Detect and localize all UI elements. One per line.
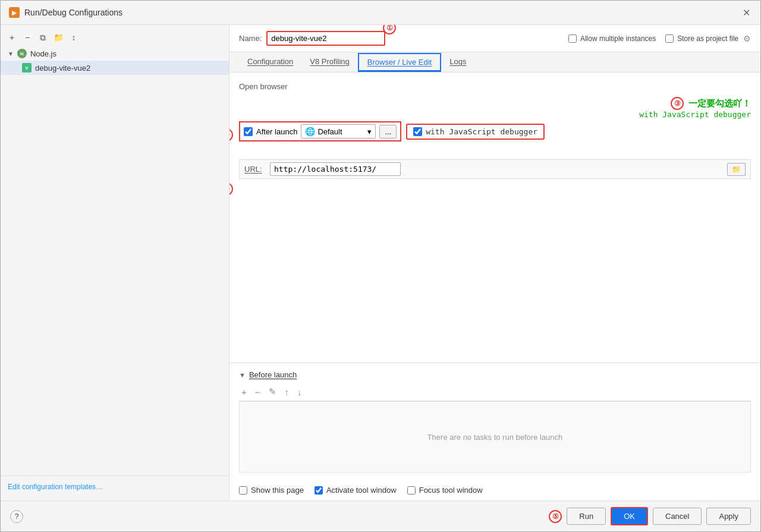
title-bar-left: ▶ Run/Debug Configurations — [9, 7, 122, 18]
before-launch-remove-btn[interactable]: − — [253, 386, 263, 398]
after-launch-checkbox[interactable] — [244, 127, 253, 136]
browser-row: After launch 🌐 Default Chrome Firefox ▾ — [239, 121, 545, 141]
tabs-row: Configuration V8 Profiling ① Browser / L… — [229, 52, 760, 73]
add-config-button[interactable]: + — [5, 31, 18, 44]
url-area: URL: 📁 — [239, 159, 751, 179]
js-debugger-checkbox[interactable] — [413, 127, 422, 136]
before-launch-header[interactable]: ▼ Before launch — [239, 370, 751, 379]
allow-multiple-item: Allow multiple instances — [568, 34, 656, 43]
app-icon: ▶ — [9, 7, 20, 18]
globe-icon: 🌐 — [305, 127, 315, 136]
nodejs-icon: N — [17, 49, 27, 58]
before-launch-empty: There are no tasks to run before launch — [239, 401, 751, 473]
before-launch-label: Before launch — [249, 370, 297, 379]
allow-multiple-label: Allow multiple instances — [580, 34, 656, 43]
run-debug-dialog: ▶ Run/Debug Configurations ✕ + − ⧉ 📁 ↕ ▼… — [0, 0, 761, 532]
show-page-label: Show this page — [251, 486, 304, 495]
url-folder-button[interactable]: 📁 — [727, 163, 746, 176]
tab-v8profiling[interactable]: V8 Profiling — [301, 52, 357, 73]
tab-browserlive[interactable]: ① Browser / Live Edit — [358, 53, 441, 72]
activate-window-label: Activate tool window — [326, 486, 397, 495]
tab-logs-label: Logs — [449, 57, 466, 66]
title-bar: ▶ Run/Debug Configurations ✕ — [1, 1, 760, 25]
edit-templates-link[interactable]: Edit configuration templates… — [8, 483, 103, 491]
annotation-5-badge: ⑤ — [549, 510, 562, 523]
remove-config-button[interactable]: − — [21, 31, 34, 44]
url-row-container: ④ URL: 📁 — [239, 156, 751, 179]
activate-window-checkbox[interactable] — [315, 486, 323, 495]
collapse-arrow-icon: ▼ — [239, 372, 246, 379]
before-launch-empty-text: There are no tasks to run before launch — [427, 433, 563, 442]
js-debugger-label: with JavaScript debugger — [426, 127, 537, 136]
before-launch-edit-btn[interactable]: ✎ — [266, 385, 279, 398]
help-button[interactable]: ? — [10, 510, 23, 523]
annotation-3-badge: ③ — [671, 97, 684, 110]
store-project-checkbox[interactable] — [665, 34, 674, 43]
tab-logs[interactable]: Logs — [441, 52, 474, 73]
name-row: Name: ① — [239, 31, 385, 46]
tab-content: Open browser ③ 一定要勾选吖！ with JavaScript d… — [229, 73, 760, 363]
annotation-2-badge: ② — [229, 128, 233, 141]
chinese-note-text: 一定要勾选吖！ — [688, 98, 751, 109]
focus-window-label: Focus tool window — [419, 486, 483, 495]
name-input-container: ① — [266, 31, 385, 46]
tab-configuration-label: Configuration — [247, 57, 293, 66]
tab-browserlive-text: Browser / Live Edit — [367, 58, 432, 67]
url-input[interactable] — [270, 162, 401, 176]
browser-select[interactable]: Default Chrome Firefox — [317, 127, 365, 136]
after-launch-label: After launch — [256, 127, 297, 136]
open-browser-label: Open browser — [239, 82, 751, 91]
tree-parent-nodejs[interactable]: ▼ N Node.js — [1, 46, 229, 61]
annotation-4-badge: ④ — [229, 182, 233, 196]
copy-config-button[interactable]: ⧉ — [36, 31, 49, 44]
before-launch-add-btn[interactable]: + — [239, 386, 249, 398]
dialog-footer: ? ⑤ Run OK Cancel Apply — [1, 500, 760, 531]
show-page-checkbox[interactable] — [239, 486, 247, 495]
gear-icon: ⚙ — [743, 34, 751, 43]
footer-right: ⑤ Run OK Cancel Apply — [549, 507, 751, 525]
folder-config-button[interactable]: 📁 — [52, 31, 65, 44]
js-debugger-container: with JavaScript debugger — [406, 124, 545, 140]
tab-configuration[interactable]: Configuration — [239, 52, 301, 73]
name-input[interactable] — [266, 31, 385, 46]
tree-expand-arrow: ▼ — [8, 51, 14, 57]
store-project-label: Store as project file — [677, 34, 738, 43]
url-label: URL: — [244, 165, 265, 174]
tree-child-label: debug-vite-vue2 — [35, 64, 90, 73]
sidebar-toolbar: + − ⧉ 📁 ↕ — [1, 29, 229, 46]
select-arrow-icon: ▾ — [367, 127, 372, 136]
annotation-note-area: ③ 一定要勾选吖！ with JavaScript debugger — [239, 97, 751, 119]
run-button[interactable]: Run — [567, 508, 606, 525]
after-launch-row-container: ② After launch 🌐 Default Chrome Firefox — [239, 121, 545, 149]
apply-button[interactable]: Apply — [706, 508, 751, 525]
activate-window-item: Activate tool window — [315, 486, 397, 495]
annotation-1: ① — [383, 25, 396, 34]
browser-select-container: 🌐 Default Chrome Firefox ▾ — [301, 124, 376, 138]
footer-buttons: Run OK Cancel Apply — [567, 507, 751, 525]
focus-window-checkbox[interactable] — [407, 486, 416, 495]
dialog-title: Run/Debug Configurations — [24, 8, 122, 17]
browse-button[interactable]: ... — [379, 125, 397, 138]
tree-parent-label: Node.js — [30, 49, 56, 58]
right-panel: Name: ① Allow multiple instances Store a… — [229, 25, 760, 500]
config-header: Name: ① Allow multiple instances Store a… — [229, 25, 760, 52]
show-page-item: Show this page — [239, 486, 304, 495]
sort-config-button[interactable]: ↕ — [67, 31, 80, 44]
cancel-button[interactable]: Cancel — [653, 508, 702, 525]
tree-child-debug-vite[interactable]: V debug-vite-vue2 — [1, 61, 229, 75]
allow-multiple-checkbox[interactable] — [568, 34, 577, 43]
checkbox-group: Allow multiple instances Store as projec… — [568, 34, 751, 43]
focus-window-item: Focus tool window — [407, 486, 483, 495]
close-button[interactable]: ✕ — [740, 7, 752, 18]
before-launch-section: ▼ Before launch + − ✎ ↑ ↓ There are no t… — [229, 363, 760, 480]
after-launch-box: After launch 🌐 Default Chrome Firefox ▾ — [239, 121, 401, 141]
sidebar: + − ⧉ 📁 ↕ ▼ N Node.js V debug-vite-vue2 … — [1, 25, 229, 500]
ok-button[interactable]: OK — [611, 507, 648, 525]
main-content: + − ⧉ 📁 ↕ ▼ N Node.js V debug-vite-vue2 … — [1, 25, 760, 500]
before-launch-down-btn[interactable]: ↓ — [295, 386, 304, 398]
chinese-annotation: ③ 一定要勾选吖！ with JavaScript debugger — [639, 97, 751, 119]
before-launch-toolbar: + − ✎ ↑ ↓ — [239, 383, 751, 401]
name-label: Name: — [239, 34, 262, 43]
before-launch-up-btn[interactable]: ↑ — [282, 386, 292, 398]
store-project-item: Store as project file ⚙ — [665, 34, 751, 43]
